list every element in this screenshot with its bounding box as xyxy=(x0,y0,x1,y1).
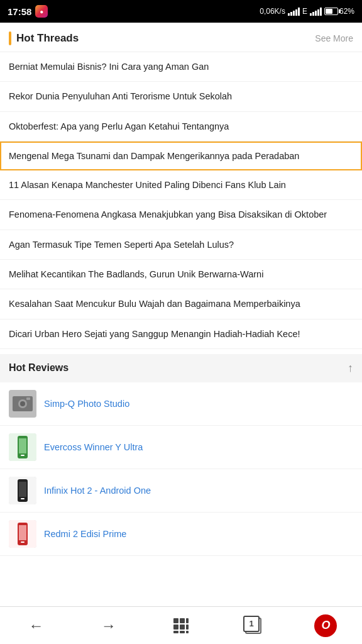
thread-item[interactable]: Kesalahan Saat Mencukur Bulu Wajah dan B… xyxy=(0,289,362,319)
photo-studio-thumb xyxy=(9,390,36,418)
svg-rect-17 xyxy=(173,618,178,623)
thread-item-highlighted[interactable]: Mengenal Mega Tsunami dan Dampak Mengeri… xyxy=(0,142,362,170)
svg-rect-20 xyxy=(173,625,178,630)
svg-rect-11 xyxy=(19,482,26,497)
review-title: Infinix Hot 2 - Android One xyxy=(44,486,151,496)
thread-item[interactable]: Fenomena-Fenomena Angkasa Menakjubkan ya… xyxy=(0,200,362,230)
instagram-icon: ● xyxy=(35,5,48,18)
review-item[interactable]: Infinix Hot 2 - Android One xyxy=(0,469,362,513)
svg-rect-16 xyxy=(21,541,25,543)
status-left: 17:58 ● xyxy=(8,5,48,18)
svg-rect-19 xyxy=(186,618,189,623)
grid-icon xyxy=(172,617,190,635)
review-item[interactable]: Evercoss Winner Y Ultra xyxy=(0,426,362,469)
phone-thumb-green xyxy=(9,433,36,461)
thread-list: Berniat Memulai Bisnis? Ini Cara yang Am… xyxy=(0,52,362,349)
review-item[interactable]: Redmi 2 Edisi Prime xyxy=(0,513,362,556)
battery-fill xyxy=(326,9,332,14)
svg-point-3 xyxy=(20,401,25,406)
svg-rect-15 xyxy=(19,525,26,540)
back-button[interactable]: ← xyxy=(0,607,72,644)
review-thumbnail xyxy=(9,390,36,418)
svg-rect-7 xyxy=(19,438,26,453)
svg-rect-8 xyxy=(21,455,25,456)
hot-threads-header: Hot Threads See More xyxy=(0,23,362,52)
thread-item[interactable]: Rekor Dunia Penyuluhan Anti Terorisme Un… xyxy=(0,82,362,111)
phone-thumb-dark xyxy=(9,477,36,504)
review-title: Redmi 2 Edisi Prime xyxy=(44,529,126,539)
hot-reviews-title: Hot Reviews xyxy=(9,362,69,374)
review-item[interactable]: Simp-Q Photo Studio xyxy=(0,382,362,426)
battery-icon xyxy=(324,8,338,15)
battery-percent: 62% xyxy=(339,7,354,16)
network-type: E xyxy=(302,7,307,16)
svg-rect-22 xyxy=(186,625,189,630)
tab-count-icon: 1 xyxy=(243,616,263,636)
tab-count: 1 xyxy=(250,619,254,628)
hot-reviews-header: Hot Reviews ↑ xyxy=(0,354,362,382)
svg-rect-25 xyxy=(186,631,189,633)
hot-threads-title: Hot Threads xyxy=(16,32,79,45)
orange-accent-bar xyxy=(9,31,11,45)
thread-item[interactable]: Dicari Urban Hero Sejati yang Sanggup Me… xyxy=(0,319,362,349)
see-more-button[interactable]: See More xyxy=(315,33,353,43)
thread-item[interactable]: Oktoberfest: Apa yang Perlu Agan Ketahui… xyxy=(0,112,362,142)
svg-rect-23 xyxy=(173,631,178,633)
forward-icon: → xyxy=(101,617,116,635)
review-thumbnail xyxy=(9,477,36,504)
bottom-nav: ← → 1 O xyxy=(0,606,362,644)
thread-item[interactable]: Agan Termasuk Tipe Temen Seperti Apa Set… xyxy=(0,230,362,260)
status-right: 0,06K/s E 62% xyxy=(260,7,354,16)
collapse-arrow-icon[interactable]: ↑ xyxy=(348,362,353,375)
review-thumbnail xyxy=(9,433,36,461)
content-area: Hot Threads See More Berniat Memulai Bis… xyxy=(0,23,362,597)
forward-button[interactable]: → xyxy=(72,607,145,644)
grid-menu-button[interactable] xyxy=(145,607,217,644)
thread-item[interactable]: 11 Alasan Kenapa Manchester United Palin… xyxy=(0,170,362,200)
hot-threads-header-left: Hot Threads xyxy=(9,31,79,45)
hot-reviews-section: Hot Reviews ↑ Simp-Q Photo Studio xyxy=(0,354,362,556)
status-bar: 17:58 ● 0,06K/s E 62% xyxy=(0,0,362,23)
back-icon: ← xyxy=(29,617,44,635)
tab-switcher-button[interactable]: 1 xyxy=(217,607,290,644)
signal-bars-2 xyxy=(310,7,322,16)
svg-rect-12 xyxy=(21,498,25,499)
svg-rect-18 xyxy=(180,618,185,623)
review-thumbnail xyxy=(9,520,36,548)
phone-thumb-red xyxy=(9,520,36,548)
thread-item[interactable]: Berniat Memulai Bisnis? Ini Cara yang Am… xyxy=(0,52,362,82)
network-speed: 0,06K/s xyxy=(260,7,285,16)
time: 17:58 xyxy=(8,6,31,17)
battery-indicator: 62% xyxy=(324,7,354,16)
svg-rect-24 xyxy=(180,631,185,633)
opera-button[interactable]: O xyxy=(290,607,362,644)
thread-item[interactable]: Melihat Kecantikan The Badlands, Gurun U… xyxy=(0,260,362,289)
svg-rect-4 xyxy=(26,397,30,400)
review-title: Evercoss Winner Y Ultra xyxy=(44,442,143,452)
signal-bars xyxy=(288,7,300,16)
review-title: Simp-Q Photo Studio xyxy=(44,399,129,409)
svg-rect-21 xyxy=(180,625,185,630)
opera-logo-icon: O xyxy=(314,614,337,637)
